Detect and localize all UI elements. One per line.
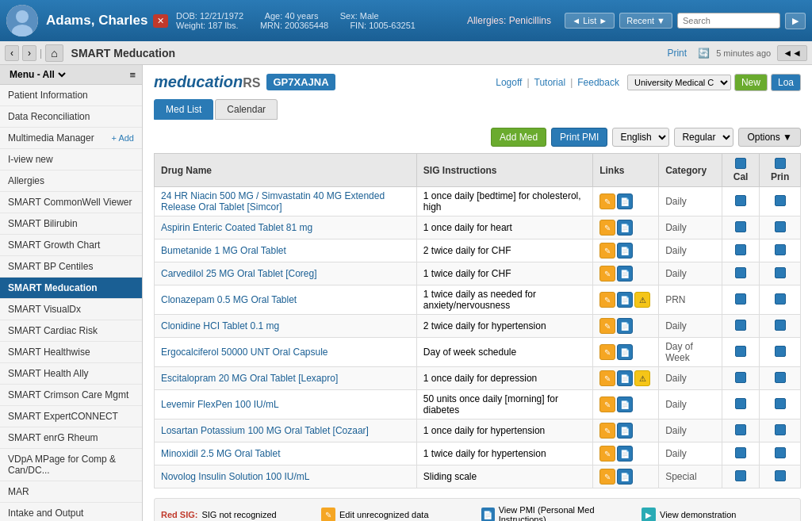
doc-icon-btn[interactable]: 📄 xyxy=(617,344,633,360)
prin-cell[interactable] xyxy=(760,239,801,262)
sidebar-item-14[interactable]: SMART Crimson Care Mgmt xyxy=(0,385,142,406)
prin-checkbox[interactable] xyxy=(775,470,786,481)
doc-icon-btn[interactable]: 📄 xyxy=(617,446,633,462)
sidebar-item-12[interactable]: SMART Healthwise xyxy=(0,342,142,363)
sidebar-item-0[interactable]: Patient Information xyxy=(0,85,142,106)
collapse-panel-button[interactable]: ◄◄ xyxy=(777,45,807,61)
menu-expand-icon[interactable]: ≡ xyxy=(129,69,136,81)
edit-icon-btn[interactable]: ✎ xyxy=(599,469,615,485)
prin-checkbox[interactable] xyxy=(775,346,786,357)
doc-icon-btn[interactable]: 📄 xyxy=(617,243,633,259)
sidebar-item-11[interactable]: SMART Cardiac Risk xyxy=(0,320,142,342)
sidebar-add-btn-2[interactable]: + Add xyxy=(112,133,134,143)
doc-icon-btn[interactable]: 📄 xyxy=(617,266,633,282)
cal-checkbox[interactable] xyxy=(735,320,746,331)
doc-icon-btn[interactable]: 📄 xyxy=(617,396,633,412)
cal-checkbox[interactable] xyxy=(735,398,746,409)
prin-cell[interactable] xyxy=(760,216,801,239)
new-button[interactable]: New xyxy=(734,74,768,91)
links-cell[interactable]: ✎📄 xyxy=(593,216,659,239)
doc-icon-btn[interactable]: 📄 xyxy=(617,318,633,334)
cal-cell[interactable] xyxy=(722,239,760,262)
cal-checkbox[interactable] xyxy=(735,267,746,278)
links-cell[interactable]: ✎📄 xyxy=(593,442,659,465)
warn-icon-btn[interactable]: ⚠ xyxy=(634,292,650,308)
prin-checkbox[interactable] xyxy=(775,447,786,458)
edit-icon-btn[interactable]: ✎ xyxy=(599,370,615,386)
doc-icon-btn[interactable]: 📄 xyxy=(617,292,633,308)
prin-checkbox[interactable] xyxy=(775,424,786,435)
cal-checkbox[interactable] xyxy=(735,447,746,458)
edit-icon-btn[interactable]: ✎ xyxy=(599,446,615,462)
search-go-button[interactable]: ▶ xyxy=(785,13,806,29)
cal-cell[interactable] xyxy=(722,216,760,239)
cal-cell[interactable] xyxy=(722,442,760,465)
prin-checkbox[interactable] xyxy=(775,244,786,255)
links-cell[interactable]: ✎📄⚠ xyxy=(593,285,659,315)
cal-checkbox[interactable] xyxy=(735,346,746,357)
tab-calendar[interactable]: Calendar xyxy=(215,99,278,120)
sidebar-item-13[interactable]: SMART Health Ally xyxy=(0,363,142,385)
toolbar-print-button[interactable]: Print xyxy=(662,46,691,60)
sidebar-item-9[interactable]: SMART Meducation xyxy=(0,278,142,299)
doc-icon-btn[interactable]: 📄 xyxy=(617,469,633,485)
facility-select[interactable]: University Medical C xyxy=(627,75,731,90)
prin-checkbox[interactable] xyxy=(775,293,786,305)
links-cell[interactable]: ✎📄 xyxy=(593,390,659,419)
close-patient-button[interactable]: ✕ xyxy=(153,14,168,28)
feedback-link[interactable]: Feedback xyxy=(577,77,619,88)
add-med-button[interactable]: Add Med xyxy=(491,128,546,147)
recent-button[interactable]: Recent ▼ xyxy=(619,13,672,29)
print-pmi-button[interactable]: Print PMI xyxy=(551,128,607,147)
prin-cell[interactable] xyxy=(760,285,801,315)
edit-icon-btn[interactable]: ✎ xyxy=(599,243,615,259)
sidebar-item-18[interactable]: MAR xyxy=(0,481,142,503)
global-search-input[interactable] xyxy=(677,13,780,29)
prin-checkbox[interactable] xyxy=(775,398,786,409)
nav-back-button[interactable]: ‹ xyxy=(5,45,19,61)
edit-icon-btn[interactable]: ✎ xyxy=(599,220,615,236)
edit-icon-btn[interactable]: ✎ xyxy=(599,344,615,360)
prin-cell[interactable] xyxy=(760,187,801,216)
links-cell[interactable]: ✎📄 xyxy=(593,419,659,442)
edit-icon-btn[interactable]: ✎ xyxy=(599,266,615,282)
type-select[interactable]: Regular xyxy=(674,128,733,147)
cal-cell[interactable] xyxy=(722,262,760,285)
doc-icon-btn[interactable]: 📄 xyxy=(617,370,633,386)
sidebar-item-4[interactable]: Allergies xyxy=(0,170,142,192)
tutorial-link[interactable]: Tutorial xyxy=(534,77,566,88)
language-select[interactable]: English xyxy=(612,128,669,147)
cal-checkbox[interactable] xyxy=(735,293,746,305)
options-button[interactable]: Options ▼ xyxy=(738,128,801,147)
cal-cell[interactable] xyxy=(722,285,760,315)
warn-icon-btn[interactable]: ⚠ xyxy=(634,370,650,386)
sidebar-item-6[interactable]: SMART Bilirubin xyxy=(0,213,142,235)
prin-checkbox[interactable] xyxy=(775,372,786,383)
cal-cell[interactable] xyxy=(722,187,760,216)
links-cell[interactable]: ✎📄 xyxy=(593,262,659,285)
edit-icon-btn[interactable]: ✎ xyxy=(599,318,615,334)
list-nav-button[interactable]: ◄ List ► xyxy=(565,13,615,29)
cal-cell[interactable] xyxy=(722,465,760,488)
home-button[interactable]: ⌂ xyxy=(45,44,63,62)
edit-icon-btn[interactable]: ✎ xyxy=(599,423,615,439)
links-cell[interactable]: ✎📄 xyxy=(593,187,659,216)
sidebar-item-2[interactable]: Multimedia Manager+ Add xyxy=(0,128,142,149)
edit-icon-btn[interactable]: ✎ xyxy=(599,292,615,308)
cal-checkbox[interactable] xyxy=(735,372,746,383)
cal-checkbox[interactable] xyxy=(735,221,746,232)
sidebar-item-8[interactable]: SMART BP Centiles xyxy=(0,256,142,278)
links-cell[interactable]: ✎📄 xyxy=(593,338,659,367)
cal-checkbox[interactable] xyxy=(735,424,746,435)
cal-cell[interactable] xyxy=(722,419,760,442)
nav-forward-button[interactable]: › xyxy=(22,45,36,61)
sidebar-item-5[interactable]: SMART CommonWell Viewer xyxy=(0,192,142,213)
sidebar-item-17[interactable]: VDpA MPage for Comp & Can/DC... xyxy=(0,449,142,481)
logoff-link[interactable]: Logoff xyxy=(496,77,522,88)
menu-select[interactable]: Menu - All xyxy=(6,68,68,81)
load-button[interactable]: Loa xyxy=(771,74,801,91)
sidebar-item-3[interactable]: I-view new xyxy=(0,149,142,170)
sidebar-item-7[interactable]: SMART Growth Chart xyxy=(0,235,142,256)
edit-icon-btn[interactable]: ✎ xyxy=(599,193,615,209)
doc-icon-btn[interactable]: 📄 xyxy=(617,193,633,209)
